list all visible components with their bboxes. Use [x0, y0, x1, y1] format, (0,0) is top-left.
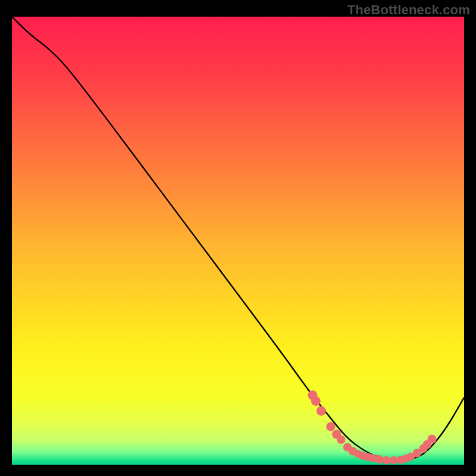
dot [382, 456, 390, 465]
plot-area [12, 17, 464, 465]
plot-svg [12, 17, 464, 465]
dot [390, 456, 398, 465]
dot [337, 436, 345, 444]
dot [375, 455, 383, 464]
dot [317, 406, 326, 416]
dot [311, 396, 321, 406]
dot [326, 422, 335, 431]
chart-stage: TheBottleneck.com [0, 0, 476, 476]
watermark-label: TheBottleneck.com [347, 2, 470, 18]
dot [427, 434, 436, 443]
